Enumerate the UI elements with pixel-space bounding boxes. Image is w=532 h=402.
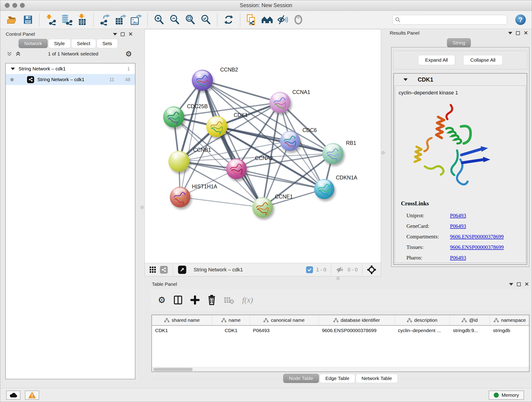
crosslink-link[interactable]: P06493 xyxy=(450,255,466,261)
node-CCNA1[interactable] xyxy=(269,92,291,113)
float-panel-icon[interactable] xyxy=(113,33,117,36)
birdseye-grid-icon[interactable] xyxy=(149,266,156,273)
minimize-window-button[interactable] xyxy=(12,3,17,8)
show-all-button[interactable] xyxy=(292,13,304,26)
left-splitter-handle[interactable] xyxy=(140,206,144,209)
collection-expander-icon[interactable] xyxy=(11,68,15,70)
node-HIST1H1A[interactable] xyxy=(170,187,190,207)
node-CDC6[interactable] xyxy=(280,131,300,151)
tab-network-table[interactable]: Network Table xyxy=(356,374,398,383)
crosslink-link[interactable]: P06493 xyxy=(450,223,466,229)
zoom-fit-button[interactable] xyxy=(184,13,196,26)
cloud-status-button[interactable] xyxy=(6,390,20,400)
expand-all-icon[interactable] xyxy=(15,51,21,56)
maximize-window-button[interactable] xyxy=(20,3,25,8)
crosshair-icon[interactable] xyxy=(367,265,376,274)
status-bar: Memory xyxy=(0,388,532,402)
selected-indicator-checkbox[interactable] xyxy=(306,266,313,273)
network-canvas[interactable]: CCNB2CCNA1CDC25BCDK1CDC6RB1CCNB1CCNA2CDK… xyxy=(145,29,381,263)
memory-button[interactable]: Memory xyxy=(489,390,524,400)
column-header-shared-name[interactable]: shared name xyxy=(152,315,212,325)
collapse-all-icon[interactable] xyxy=(7,51,12,56)
close-panel-icon[interactable]: ✕ xyxy=(128,32,133,36)
tab-select[interactable]: Select xyxy=(71,39,96,48)
maximize-panel-icon[interactable] xyxy=(121,32,125,36)
column-header-namespace[interactable]: namespace xyxy=(490,315,530,325)
expand-all-button[interactable]: Expand All xyxy=(418,55,455,65)
tab-edge-table[interactable]: Edge Table xyxy=(320,374,355,383)
network-collection-row[interactable]: String Network – cdk1 1 xyxy=(6,64,135,74)
close-window-button[interactable] xyxy=(5,3,10,8)
export-network-button[interactable] xyxy=(99,13,111,26)
crosslink-label: Pharos: xyxy=(406,255,450,261)
table-options-gear-icon[interactable]: ⚙ xyxy=(158,296,166,304)
horizontal-scrollbar[interactable] xyxy=(152,367,529,371)
first-neighbors-button[interactable] xyxy=(261,13,273,26)
delete-column-icon[interactable] xyxy=(207,295,216,305)
node-CCNE1[interactable] xyxy=(252,197,273,218)
zoom-selected-button[interactable] xyxy=(200,13,212,26)
node-CCNB2[interactable] xyxy=(192,70,213,91)
save-session-button[interactable] xyxy=(22,13,34,26)
node-CCNA2[interactable] xyxy=(226,159,247,179)
edge-HIST1H1A-CCNE1 xyxy=(180,197,263,207)
maximize-panel-icon[interactable] xyxy=(517,282,521,286)
open-session-button[interactable] xyxy=(6,13,19,26)
column-header-canonical-name[interactable]: canonical name xyxy=(250,315,319,325)
network-options-gear-icon[interactable]: ⚙ xyxy=(125,50,132,57)
table-cell: 9606.ENSP00000378699 xyxy=(319,328,395,333)
results-tab-string[interactable]: String xyxy=(447,38,471,47)
close-panel-icon[interactable]: ✕ xyxy=(525,282,529,287)
table-row[interactable]: CDK1CDK1P064939606.ENSP00000378699cyclin… xyxy=(152,326,529,335)
node-CCNB1[interactable] xyxy=(168,151,190,172)
show-columns-icon[interactable] xyxy=(173,295,183,305)
scrollbar-thumb[interactable] xyxy=(153,368,193,371)
crosslink-link[interactable]: P06493 xyxy=(450,213,466,219)
search-input[interactable] xyxy=(402,17,505,22)
float-panel-icon[interactable] xyxy=(509,283,513,286)
column-header-description[interactable]: description xyxy=(395,315,450,325)
float-panel-icon[interactable] xyxy=(508,32,512,34)
edge-CCNB2-RB1 xyxy=(202,80,333,153)
protein-section-header[interactable]: CDK1 xyxy=(394,74,527,85)
warnings-button[interactable] xyxy=(25,390,39,400)
tab-style[interactable]: Style xyxy=(48,39,70,48)
open-in-new-window-icon[interactable] xyxy=(178,266,186,274)
hide-selected-button[interactable] xyxy=(277,13,289,26)
collapse-all-button[interactable]: Collapse All xyxy=(463,55,503,65)
zoom-out-button[interactable] xyxy=(168,13,181,26)
share-network-icon[interactable] xyxy=(160,266,168,274)
node-RB1[interactable] xyxy=(322,143,343,164)
import-table-button[interactable] xyxy=(76,13,88,26)
maximize-panel-icon[interactable] xyxy=(516,31,520,35)
crosslink-link[interactable]: 9606.ENSP00000378699 xyxy=(450,234,504,240)
import-network-from-database-button[interactable] xyxy=(60,13,73,26)
tab-node-table[interactable]: Node Table xyxy=(283,374,319,383)
bottom-splitter-handle[interactable] xyxy=(336,277,340,280)
table-panel: Table Panel ✕ ⚙ xyxy=(149,280,532,388)
close-panel-icon[interactable]: ✕ xyxy=(524,31,528,35)
export-image-button[interactable] xyxy=(130,13,142,26)
import-network-button[interactable] xyxy=(45,13,57,26)
refresh-layout-button[interactable] xyxy=(222,13,235,26)
node-CDKN1A[interactable] xyxy=(314,179,334,199)
right-splitter-handle[interactable] xyxy=(381,151,385,154)
memory-label: Memory xyxy=(501,392,519,398)
network-row[interactable]: String Network – cdk1 11 48 xyxy=(6,74,135,85)
export-table-button[interactable] xyxy=(114,13,127,26)
tab-network[interactable]: Network xyxy=(19,39,48,48)
tab-sets[interactable]: Sets xyxy=(97,39,118,48)
crosslink-link[interactable]: 9606.ENSP00000378699 xyxy=(450,244,504,250)
new-network-from-selection-button[interactable] xyxy=(245,13,258,26)
warning-icon xyxy=(28,392,36,398)
help-button[interactable]: ? xyxy=(515,14,526,25)
node-CDK1[interactable] xyxy=(206,116,227,137)
column-header-at-id[interactable]: @id xyxy=(450,315,490,325)
zoom-in-button[interactable] xyxy=(153,13,165,26)
column-header-name[interactable]: name xyxy=(212,315,250,325)
add-column-icon[interactable] xyxy=(190,295,200,305)
column-header-database-identifier[interactable]: database identifier xyxy=(319,315,395,325)
section-expander-icon[interactable] xyxy=(404,78,408,81)
crosslink-label: Compartments: xyxy=(406,234,450,240)
node-CDC25B[interactable] xyxy=(163,106,184,128)
